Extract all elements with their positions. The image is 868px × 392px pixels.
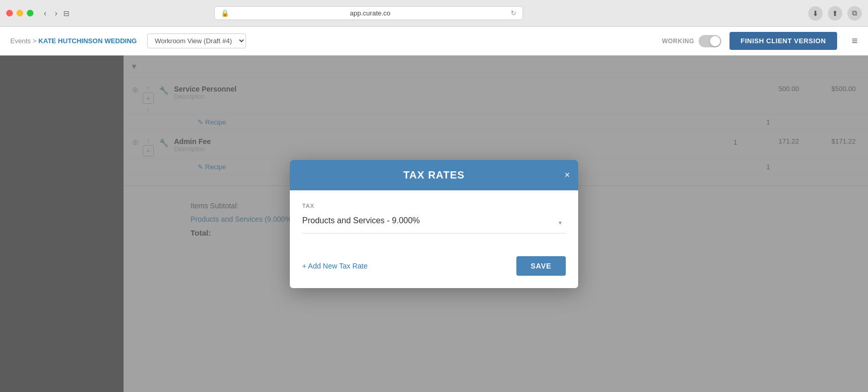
top-bar: Events > KATE HUTCHINSON WEDDING Workroo… (0, 27, 868, 56)
modal-header: TAX RATES × (290, 160, 578, 190)
url-text: app.curate.co (232, 9, 508, 17)
tax-rate-select[interactable]: Products and Services - 9.000% State Tax… (302, 213, 566, 228)
sidebar-toggle-button[interactable]: ⊟ (61, 8, 72, 19)
modal-title: TAX RATES (403, 169, 464, 181)
breadcrumb-current: KATE HUTCHINSON WEDDING (39, 37, 137, 45)
modal-footer: + Add New Tax Rate SAVE (290, 256, 578, 288)
finish-client-version-button[interactable]: FINISH CLIENT VERSION (730, 32, 838, 50)
working-toggle-switch[interactable] (699, 35, 721, 47)
browser-right-icons: ⬇ ⬆ ⧉ (808, 6, 862, 21)
window-icon[interactable]: ⧉ (847, 6, 862, 21)
modal-overlay[interactable]: TAX RATES × TAX Products and Services - … (0, 56, 868, 392)
reload-icon[interactable]: ↻ (511, 9, 516, 17)
forward-button[interactable]: › (51, 8, 60, 19)
download-icon[interactable]: ⬇ (808, 6, 823, 21)
working-label: WORKING (662, 38, 695, 45)
lock-icon: 🔒 (221, 9, 229, 17)
modal-select-wrapper: Products and Services - 9.000% State Tax… (302, 213, 566, 234)
top-bar-right: WORKING FINISH CLIENT VERSION ≡ (662, 32, 858, 50)
share-icon[interactable]: ⬆ (828, 6, 842, 21)
add-new-tax-rate-link[interactable]: + Add New Tax Rate (302, 262, 368, 270)
working-toggle: WORKING (662, 35, 721, 47)
close-button[interactable] (6, 10, 13, 16)
tax-rates-modal: TAX RATES × TAX Products and Services - … (290, 160, 578, 288)
app-container: Events > KATE HUTCHINSON WEDDING Workroo… (0, 27, 868, 392)
view-select[interactable]: Workroom View (Draft #4) Client View Sum… (147, 33, 246, 48)
modal-close-button[interactable]: × (564, 170, 570, 180)
save-button[interactable]: SAVE (516, 256, 566, 276)
breadcrumb-events[interactable]: Events > (10, 37, 37, 45)
breadcrumb: Events > KATE HUTCHINSON WEDDING (10, 37, 137, 45)
nav-buttons: ‹ › (41, 8, 61, 19)
back-button[interactable]: ‹ (41, 8, 49, 19)
maximize-button[interactable] (27, 10, 33, 16)
browser-chrome: ‹ › ⊟ 🔒 app.curate.co ↻ ⬇ ⬆ ⧉ (0, 0, 868, 27)
address-bar: 🔒 app.curate.co ↻ (214, 6, 523, 20)
minimize-button[interactable] (16, 10, 23, 16)
traffic-lights (6, 10, 33, 16)
hamburger-menu-icon[interactable]: ≡ (852, 35, 858, 47)
modal-body: TAX Products and Services - 9.000% State… (290, 190, 578, 256)
main-content: ▾ ⊕ ↑ + ↓ 🔧 Service Personnel Descriptio… (0, 56, 868, 392)
toggle-knob (710, 36, 720, 46)
modal-field-label: TAX (302, 203, 566, 209)
